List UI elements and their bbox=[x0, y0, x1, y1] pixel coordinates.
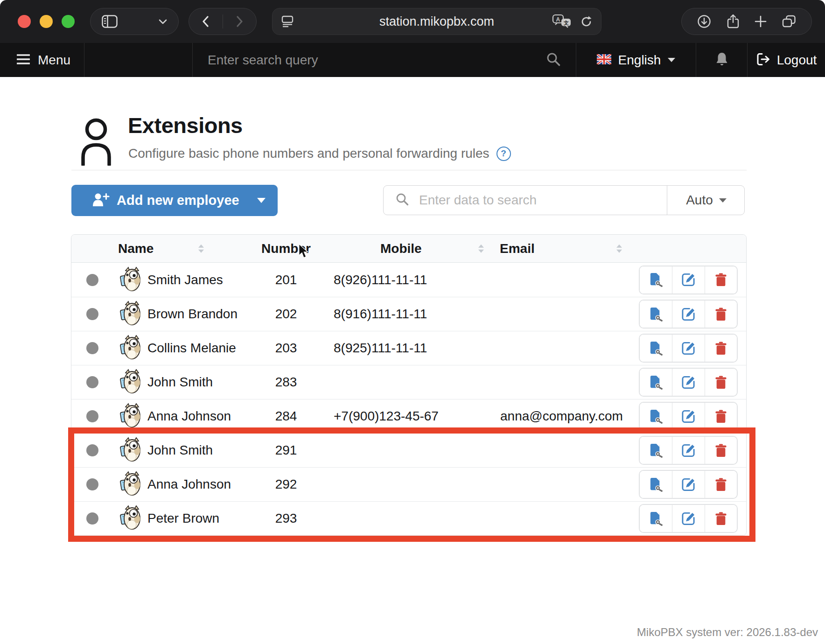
employee-name: John Smith bbox=[147, 443, 213, 458]
delete-button[interactable] bbox=[705, 301, 737, 328]
copy-secrets-button[interactable] bbox=[640, 301, 672, 328]
global-search-input[interactable] bbox=[208, 53, 506, 68]
employee-number: 201 bbox=[253, 273, 319, 287]
table-row[interactable]: Brown Brandon 202 8(916)111-11-11 bbox=[71, 297, 746, 331]
column-header-email[interactable]: Email bbox=[500, 241, 535, 256]
add-employee-button[interactable]: Add new employee bbox=[71, 185, 278, 216]
close-window-button[interactable] bbox=[18, 15, 31, 28]
new-tab-icon[interactable] bbox=[755, 15, 767, 28]
notifications-button[interactable] bbox=[696, 43, 747, 77]
toolbar-actions bbox=[681, 8, 812, 35]
add-user-icon bbox=[92, 192, 110, 209]
svg-text:A: A bbox=[556, 16, 560, 23]
edit-button[interactable] bbox=[672, 437, 704, 464]
nav-buttons bbox=[189, 8, 257, 35]
sort-icon-email[interactable] bbox=[616, 244, 622, 252]
employee-number: 293 bbox=[253, 511, 319, 526]
sidebar-toggle-button[interactable] bbox=[90, 8, 179, 35]
sidebar-icon bbox=[102, 15, 118, 28]
page-content: Extensions Configure basic phone numbers… bbox=[0, 77, 825, 644]
copy-secrets-button[interactable] bbox=[640, 335, 672, 362]
reload-icon[interactable] bbox=[580, 15, 593, 28]
employee-avatar bbox=[119, 266, 143, 294]
table-row[interactable]: Peter Brown 293 bbox=[71, 501, 746, 535]
status-dot bbox=[86, 512, 98, 525]
employee-name: Collins Melanie bbox=[147, 341, 236, 356]
column-header-mobile[interactable]: Mobile bbox=[380, 241, 422, 256]
copy-secrets-button[interactable] bbox=[640, 437, 672, 464]
employee-avatar bbox=[119, 505, 143, 532]
language-selector[interactable]: English bbox=[576, 43, 696, 77]
chevron-down-icon bbox=[159, 19, 167, 24]
edit-button[interactable] bbox=[672, 505, 704, 532]
edit-button[interactable] bbox=[672, 335, 704, 362]
filter-dropdown[interactable]: Auto bbox=[667, 186, 745, 215]
delete-button[interactable] bbox=[705, 403, 737, 430]
sort-icon-name[interactable] bbox=[198, 244, 204, 252]
table-search-box: Auto bbox=[383, 185, 745, 215]
status-dot bbox=[86, 444, 98, 456]
delete-button[interactable] bbox=[705, 266, 737, 294]
table-row[interactable]: Anna Johnson 284 +7(900)123-45-67 anna@c… bbox=[71, 399, 746, 433]
status-dot bbox=[86, 478, 98, 490]
help-icon[interactable]: ? bbox=[496, 147, 511, 161]
table-row[interactable]: Collins Melanie 203 8(925)111-11-11 bbox=[71, 331, 746, 365]
table-row[interactable]: John Smith 291 bbox=[71, 433, 746, 467]
row-actions bbox=[639, 436, 738, 465]
address-bar[interactable]: station.mikopbx.com A 文 bbox=[272, 8, 601, 35]
tab-overview-icon[interactable] bbox=[782, 15, 796, 28]
table-row[interactable]: John Smith 283 bbox=[71, 365, 746, 399]
forward-button[interactable] bbox=[236, 16, 243, 27]
delete-button[interactable] bbox=[705, 437, 737, 464]
extensions-table: Name Number Mobile Email bbox=[71, 234, 747, 536]
header-spacer bbox=[84, 43, 192, 77]
edit-button[interactable] bbox=[672, 301, 704, 328]
table-row[interactable]: Anna Johnson 292 bbox=[71, 467, 746, 501]
employee-mobile: +7(900)123-45-67 bbox=[319, 409, 463, 424]
table-search-input[interactable] bbox=[419, 193, 643, 208]
filter-caret-icon bbox=[719, 198, 727, 203]
logout-icon bbox=[756, 52, 771, 68]
minimize-window-button[interactable] bbox=[40, 15, 53, 28]
uk-flag-icon bbox=[597, 54, 611, 66]
delete-button[interactable] bbox=[705, 471, 737, 498]
svg-text:文: 文 bbox=[563, 20, 569, 26]
edit-button[interactable] bbox=[672, 266, 704, 294]
employee-name: Smith James bbox=[147, 273, 223, 287]
employee-name: Anna Johnson bbox=[147, 409, 231, 424]
employee-number: 202 bbox=[253, 307, 319, 322]
logout-button[interactable]: Logout bbox=[748, 43, 825, 77]
employee-email: anna@company.com bbox=[463, 409, 617, 424]
back-button[interactable] bbox=[202, 16, 209, 27]
copy-secrets-button[interactable] bbox=[640, 505, 672, 532]
traffic-lights bbox=[18, 15, 75, 28]
sort-icon-mobile[interactable] bbox=[478, 244, 484, 252]
employee-mobile: 8(925)111-11-11 bbox=[319, 341, 463, 356]
share-icon[interactable] bbox=[727, 14, 740, 29]
row-actions bbox=[639, 470, 738, 499]
menu-button[interactable]: Menu bbox=[0, 43, 84, 77]
row-actions bbox=[639, 266, 738, 294]
row-actions bbox=[639, 334, 738, 363]
delete-button[interactable] bbox=[705, 505, 737, 532]
employee-name: Peter Brown bbox=[147, 511, 219, 526]
column-header-name[interactable]: Name bbox=[118, 241, 154, 256]
zoom-window-button[interactable] bbox=[62, 15, 75, 28]
edit-button[interactable] bbox=[672, 369, 704, 396]
copy-secrets-button[interactable] bbox=[640, 266, 672, 294]
copy-secrets-button[interactable] bbox=[640, 471, 672, 498]
downloads-icon[interactable] bbox=[697, 14, 711, 28]
search-icon[interactable] bbox=[546, 52, 561, 69]
table-search-icon bbox=[396, 193, 409, 208]
row-actions bbox=[639, 504, 738, 533]
delete-button[interactable] bbox=[705, 369, 737, 396]
edit-button[interactable] bbox=[672, 403, 704, 430]
copy-secrets-button[interactable] bbox=[640, 369, 672, 396]
translate-icon[interactable]: A 文 bbox=[552, 14, 573, 29]
copy-secrets-button[interactable] bbox=[640, 403, 672, 430]
employee-avatar bbox=[119, 403, 143, 430]
delete-button[interactable] bbox=[705, 335, 737, 362]
edit-button[interactable] bbox=[672, 471, 704, 498]
language-caret-icon bbox=[668, 58, 675, 62]
table-row[interactable]: Smith James 201 8(926)111-11-11 bbox=[71, 263, 746, 297]
